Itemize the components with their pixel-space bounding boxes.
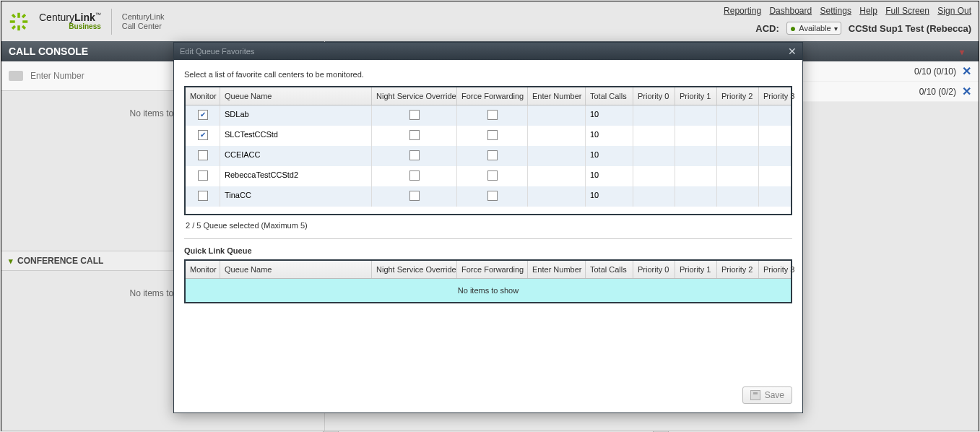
table-row: ✔SLCTestCCStd10	[186, 126, 791, 146]
monitor-checkbox[interactable]: ✔	[198, 110, 208, 120]
favorites-grid: Monitor Queue Name Night Service Overrid…	[184, 86, 792, 215]
cell-enter-number	[528, 146, 586, 166]
col-priority-3: Priority 3	[759, 87, 801, 105]
modal-instruction: Select a list of favorite call centers t…	[184, 70, 792, 79]
col-enter-number: Enter Number	[528, 261, 586, 278]
col-priority-0: Priority 0	[633, 87, 675, 105]
cell-p3	[759, 126, 801, 146]
ff-checkbox[interactable]	[487, 170, 498, 181]
col-priority-1: Priority 1	[675, 87, 717, 105]
col-ff: Force Forwarding	[457, 87, 528, 105]
cell-enter-number	[528, 166, 586, 186]
cell-p3	[759, 166, 801, 186]
cell-p3	[759, 105, 801, 126]
app-frame: CenturyLink™ Business CenturyLink Call C…	[1, 1, 979, 431]
col-monitor: Monitor	[186, 261, 220, 278]
ff-checkbox[interactable]	[487, 110, 498, 120]
cell-p2	[717, 105, 759, 126]
cell-enter-number	[528, 126, 586, 146]
cell-queue-name: RebeccaTestCCStd2	[220, 166, 372, 186]
cell-p1	[675, 166, 717, 186]
save-icon	[750, 390, 760, 400]
cell-p0	[633, 105, 675, 126]
modal-footer: Save	[174, 381, 802, 412]
cell-p1	[675, 105, 717, 126]
nso-checkbox[interactable]	[409, 191, 420, 201]
nso-checkbox[interactable]	[409, 130, 420, 140]
grid-body: ✔SDLab10✔SLCTestCCStd10CCEIACC10RebeccaT…	[186, 105, 791, 214]
cell-p2	[717, 186, 759, 207]
col-queue-name[interactable]: Queue Name	[220, 87, 372, 105]
cell-total-calls: 10	[586, 186, 633, 207]
col-priority-1: Priority 1	[675, 261, 717, 278]
cell-total-calls: 10	[586, 105, 633, 126]
table-row: CCEIACC10	[186, 146, 791, 166]
grid-header-row: Monitor Queue Name Night Service Overrid…	[186, 87, 791, 105]
cell-p0	[633, 146, 675, 166]
cell-p1	[675, 146, 717, 166]
col-total-calls: Total Calls	[586, 261, 633, 278]
nso-checkbox[interactable]	[409, 170, 420, 181]
monitor-checkbox[interactable]	[198, 170, 208, 181]
col-priority-0: Priority 0	[633, 261, 675, 278]
modal-titlebar: Edit Queue Favorites ✕	[174, 43, 802, 60]
cell-enter-number	[528, 105, 586, 126]
table-row: RebeccaTestCCStd210	[186, 166, 791, 186]
cell-p1	[675, 126, 717, 146]
col-monitor: Monitor	[186, 87, 220, 105]
cell-p3	[759, 146, 801, 166]
cell-p0	[633, 126, 675, 146]
col-queue-name[interactable]: Queue Name	[220, 261, 372, 278]
cell-p0	[633, 166, 675, 186]
col-nso: Night Service Override	[372, 87, 457, 105]
cell-enter-number	[528, 186, 586, 207]
ff-checkbox[interactable]	[487, 150, 498, 160]
cell-p1	[675, 186, 717, 207]
cell-queue-name: SDLab	[220, 105, 372, 126]
modal-title-text: Edit Queue Favorites	[180, 47, 254, 56]
quick-link-queue-title: Quick Link Queue	[184, 246, 792, 255]
cell-p3	[759, 186, 801, 207]
divider	[184, 238, 792, 239]
save-label: Save	[765, 390, 784, 400]
table-row: ✔SDLab10	[186, 105, 791, 126]
modal-mask: Edit Queue Favorites ✕ Select a list of …	[1, 1, 979, 431]
col-nso: Night Service Override	[372, 261, 457, 278]
col-ff: Force Forwarding	[457, 261, 528, 278]
cell-p2	[717, 126, 759, 146]
cell-p2	[717, 166, 759, 186]
quick-link-grid: Monitor Queue Name Night Service Overrid…	[184, 259, 792, 303]
cell-queue-name: SLCTestCCStd	[220, 126, 372, 146]
cell-queue-name: CCEIACC	[220, 146, 372, 166]
nso-checkbox[interactable]	[409, 110, 420, 120]
cell-total-calls: 10	[586, 166, 633, 186]
col-priority-3: Priority 3	[759, 261, 801, 278]
selection-count: 2 / 5 Queue selected (Maximum 5)	[184, 215, 792, 236]
cell-p0	[633, 186, 675, 207]
quick-link-empty: No items to show	[186, 279, 791, 302]
monitor-checkbox[interactable]	[198, 191, 208, 201]
close-icon[interactable]: ✕	[788, 46, 797, 56]
col-enter-number: Enter Number	[528, 87, 586, 105]
cell-p2	[717, 146, 759, 166]
col-total-calls: Total Calls	[586, 87, 633, 105]
save-button[interactable]: Save	[742, 386, 792, 404]
nso-checkbox[interactable]	[409, 150, 420, 160]
cell-queue-name: TinaCC	[220, 186, 372, 207]
monitor-checkbox[interactable]: ✔	[198, 130, 208, 140]
monitor-checkbox[interactable]	[198, 150, 208, 160]
ff-checkbox[interactable]	[487, 191, 498, 201]
col-priority-2: Priority 2	[717, 87, 759, 105]
modal-body: Select a list of favorite call centers t…	[174, 60, 802, 381]
col-priority-2: Priority 2	[717, 261, 759, 278]
cell-total-calls: 10	[586, 126, 633, 146]
table-row: TinaCC10	[186, 186, 791, 207]
edit-queue-favorites-modal: Edit Queue Favorites ✕ Select a list of …	[173, 42, 803, 413]
cell-total-calls: 10	[586, 146, 633, 166]
grid-header-row: Monitor Queue Name Night Service Overrid…	[186, 261, 791, 279]
ff-checkbox[interactable]	[487, 130, 498, 140]
